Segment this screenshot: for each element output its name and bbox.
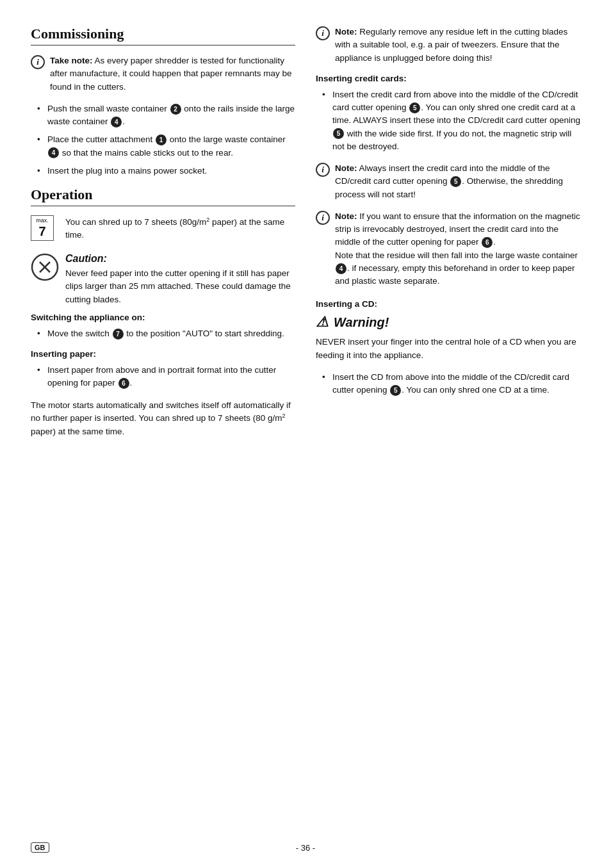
commissioning-note: i Take note: As every paper shredder is … [31, 54, 295, 94]
circle-1: 1 [156, 135, 167, 145]
switching-on-heading: Switching the appliance on: [31, 313, 295, 322]
motor-text-content: The motor starts automatically and switc… [31, 400, 291, 436]
right-note1-text: Note: Regularly remove any residue left … [335, 26, 580, 65]
note3-body2: Note that the residue will then fall int… [335, 250, 578, 260]
bullet-3: Insert the plug into a mains power socke… [37, 165, 295, 177]
circle-7: 7 [113, 329, 124, 340]
commissioning-note-text: Take note: As every paper shredder is te… [50, 54, 295, 94]
bullet-2: Place the cutter attachment 1 onto the l… [37, 133, 295, 160]
warning-body: NEVER insert your finger into the centra… [316, 336, 580, 362]
caution-icon [31, 253, 59, 281]
right-column: i Note: Regularly remove any residue lef… [316, 26, 580, 830]
bullet3-text: Insert the plug into a mains power socke… [47, 166, 207, 176]
operation-max7-note: max. 7 You can shred up to 7 sheets (80g… [31, 215, 295, 242]
right-note3-text: Note: If you want to ensure that the inf… [335, 210, 580, 288]
cd-bullet-1: Insert the CD from above into the middle… [322, 371, 580, 397]
operation-rule [31, 206, 295, 206]
circle-5a: 5 [409, 102, 420, 113]
inserting-paper-heading: Inserting paper: [31, 349, 295, 359]
caution-text: Caution: Never feed paper into the cutte… [65, 253, 295, 306]
max7-text: You can shred up to 7 sheets (80g/m2 pap… [65, 215, 295, 242]
info-icon-r2: i [316, 163, 330, 177]
note3-end: . if necessary, empty this beforehand in… [335, 263, 574, 286]
circle-6a: 6 [118, 378, 129, 389]
bullet2-text1: Place the cutter attachment [47, 135, 155, 144]
commissioning-bullets: Push the small waste container 2 onto th… [31, 102, 295, 177]
insert-paper-text1: Insert paper from above and in portrait … [47, 365, 276, 388]
circle-4a: 4 [111, 117, 122, 127]
cd-bullets: Insert the CD from above into the middle… [316, 371, 580, 397]
note3-dot: . [493, 237, 496, 247]
warning-title: ⚠ Warning! [316, 314, 580, 331]
caution-block: Caution: Never feed paper into the cutte… [31, 253, 295, 306]
bullet1-text1: Push the small waste container [47, 104, 170, 113]
info-icon: i [31, 55, 45, 69]
operation-title: Operation [31, 186, 295, 203]
note1-label: Note: [335, 27, 357, 37]
footer-page-number: - 36 - [296, 843, 315, 853]
switching-on-bullets: Move the switch 7 to the position "AUTO"… [31, 327, 295, 340]
note2-label: Note: [335, 163, 357, 173]
inserting-paper-bullet: Insert paper from above and in portrait … [37, 364, 295, 390]
circle-4b: 4 [48, 147, 59, 158]
max7-box: max. 7 [31, 215, 54, 241]
switching-on-bullet: Move the switch 7 to the position "AUTO"… [37, 327, 295, 340]
warning-label: Warning! [334, 315, 389, 330]
note3-body1: If you want to ensure that the informati… [335, 211, 580, 247]
info-icon-r3: i [316, 211, 330, 225]
inserting-cd-heading: Inserting a CD: [316, 299, 580, 309]
switching-text2: to the position "AUTO" to start shreddin… [124, 329, 284, 338]
credit-text3: with the wide side first. If you do not,… [332, 129, 571, 151]
commissioning-title: Commissioning [31, 26, 295, 42]
circle-5d: 5 [390, 385, 401, 396]
inserting-credit-heading: Inserting credit cards: [316, 74, 580, 83]
circle-5b: 5 [333, 128, 344, 139]
caution-title: Caution: [65, 253, 295, 265]
insert-paper-end: . [130, 378, 133, 388]
page: Commissioning i Take note: As every pape… [0, 0, 611, 868]
bullet1-end: . [122, 117, 125, 126]
right-note2: i Note: Always insert the credit card in… [316, 162, 580, 201]
bullet-1: Push the small waste container 2 onto th… [37, 102, 295, 129]
caution-body: Never feed paper into the cutter opening… [65, 267, 295, 306]
left-column: Commissioning i Take note: As every pape… [31, 26, 295, 830]
warning-icon: ⚠ [316, 314, 329, 331]
motor-text: The motor starts automatically and switc… [31, 399, 295, 438]
note1-body: Regularly remove any residue left in the… [335, 27, 567, 63]
right-note3: i Note: If you want to ensure that the i… [316, 210, 580, 288]
max7-body: You can shred up to 7 sheets (80g/m2 pap… [65, 217, 284, 240]
warning-block: ⚠ Warning! NEVER insert your finger into… [316, 314, 580, 362]
circle-4c: 4 [336, 263, 346, 274]
credit-bullet-1: Insert the credit card from above into t… [322, 88, 580, 153]
cd-text2: . You can only shred one CD at a time. [402, 385, 549, 395]
inserting-paper-bullets: Insert paper from above and in portrait … [31, 364, 295, 390]
circle-6b: 6 [482, 237, 493, 248]
bullet2-end: so that the mains cable sticks out to th… [60, 148, 233, 158]
take-note-label: Take note: [50, 56, 93, 65]
info-icon-r1: i [316, 26, 330, 40]
right-note1: i Note: Regularly remove any residue lef… [316, 26, 580, 65]
circle-5c: 5 [450, 176, 461, 187]
inserting-credit-bullets: Insert the credit card from above into t… [316, 88, 580, 153]
switching-text1: Move the switch [47, 329, 112, 338]
right-note2-text: Note: Always insert the credit card into… [335, 162, 580, 201]
commissioning-rule [31, 45, 295, 45]
footer: GB - 36 - [0, 843, 611, 853]
note3-label: Note: [335, 211, 357, 221]
bullet2-text2: onto the large waste container [167, 135, 286, 144]
circle-2: 2 [170, 104, 181, 115]
max7-number: 7 [38, 224, 45, 238]
footer-lang: GB [31, 842, 49, 853]
